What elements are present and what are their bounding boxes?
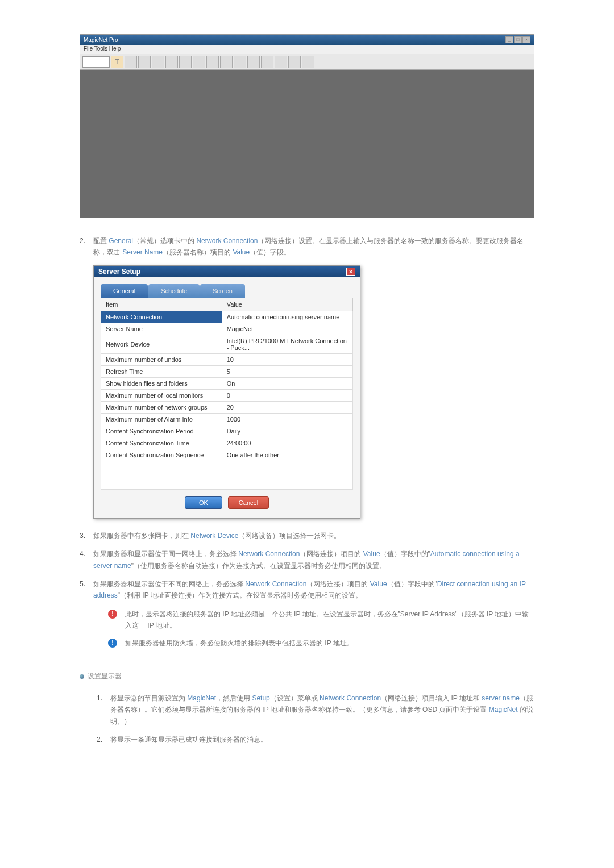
cell-item: Network Device [101, 335, 222, 353]
cell-value[interactable]: 20 [222, 401, 352, 413]
dialog-buttons: OK Cancel [101, 490, 353, 511]
app-menubar[interactable]: File Tools Help [80, 45, 534, 54]
cell-value[interactable]: Intel(R) PRO/1000 MT Network Connection … [222, 335, 352, 353]
toolbar-icon[interactable] [261, 56, 273, 68]
monitor-step-1: 1. 将显示器的节目源设置为 MagicNet，然后使用 Setup（设置）菜单… [97, 692, 534, 727]
info-icon: ! [108, 639, 117, 648]
table-row[interactable]: Maximum number of local monitors0 [101, 389, 353, 401]
settings-table: Item Value Network ConnectionAutomatic c… [101, 298, 353, 490]
toolbar-icon[interactable] [275, 56, 287, 68]
monitor-section-header: 设置显示器 [80, 671, 534, 681]
toolbar-icon[interactable]: T [111, 56, 123, 68]
tab-schedule[interactable]: Schedule [148, 284, 200, 298]
empty-row [101, 461, 353, 489]
setup-steps-cont: 3. 如果服务器中有多张网卡，则在 Network Device（网络设备）项目… [80, 530, 534, 602]
app-toolbar: T [80, 54, 534, 70]
cell-item: Show hidden files and folders [101, 377, 222, 389]
toolbar-label [82, 56, 110, 68]
col-item: Item [101, 298, 222, 311]
col-value: Value [222, 298, 352, 311]
table-row[interactable]: Network ConnectionAutomatic connection u… [101, 311, 353, 323]
table-row[interactable]: Maximum number of undos10 [101, 353, 353, 365]
toolbar-icon[interactable] [288, 56, 301, 68]
maximize-icon[interactable]: □ [514, 36, 522, 43]
step-3: 3. 如果服务器中有多张网卡，则在 Network Device（网络设备）项目… [80, 530, 534, 541]
app-title: MagicNet Pro [84, 37, 118, 43]
toolbar-icon[interactable] [234, 56, 246, 68]
cancel-button[interactable]: Cancel [228, 496, 269, 509]
ok-button[interactable]: OK [185, 496, 222, 509]
table-row[interactable]: Maximum number of Alarm Info1000 [101, 413, 353, 425]
toolbar-icon[interactable] [165, 56, 178, 68]
monitor-steps: 1. 将显示器的节目源设置为 MagicNet，然后使用 Setup（设置）菜单… [97, 692, 534, 746]
table-row[interactable]: Refresh Time5 [101, 365, 353, 377]
cell-item: Maximum number of local monitors [101, 389, 222, 401]
bullet-icon [80, 674, 84, 679]
step-4: 4. 如果服务器和显示器位于同一网络上，务必选择 Network Connect… [80, 548, 534, 571]
dialog-tabs: General Schedule Screen [101, 284, 353, 298]
cell-value[interactable]: 24:00:00 [222, 437, 352, 449]
cell-value[interactable]: 1000 [222, 413, 352, 425]
close-icon[interactable]: × [522, 36, 530, 43]
toolbar-icon[interactable] [179, 56, 192, 68]
cell-value[interactable]: Daily [222, 425, 352, 437]
tab-screen[interactable]: Screen [200, 284, 245, 298]
magicnet-app-window: MagicNet Pro _ □ × File Tools Help T [80, 34, 534, 218]
minimize-icon[interactable]: _ [505, 36, 513, 43]
table-row[interactable]: Show hidden files and foldersOn [101, 377, 353, 389]
table-row[interactable]: Server NameMagicNet [101, 323, 353, 335]
cell-value[interactable]: 5 [222, 365, 352, 377]
toolbar-icon[interactable] [125, 56, 137, 68]
table-row[interactable]: Content Synchronization Time24:00:00 [101, 437, 353, 449]
toolbar-icon[interactable] [247, 56, 260, 68]
toolbar-icon[interactable] [152, 56, 164, 68]
app-titlebar: MagicNet Pro _ □ × [80, 35, 534, 45]
window-controls: _ □ × [505, 36, 530, 43]
cell-item: Maximum number of undos [101, 353, 222, 365]
cell-value[interactable]: On [222, 377, 352, 389]
toolbar-icon[interactable] [220, 56, 233, 68]
step-2: 2. 配置 General（常规）选项卡中的 Network Connectio… [80, 235, 534, 258]
info-note-2: ! 如果服务器使用防火墙，务必使防火墙的排除列表中包括显示器的 IP 地址。 [108, 637, 534, 649]
cell-item: Content Synchronization Time [101, 437, 222, 449]
app-content-area [80, 70, 534, 218]
warning-icon: ! [108, 610, 117, 619]
cell-value[interactable]: 0 [222, 389, 352, 401]
step-5: 5. 如果服务器和显示器位于不同的网络上，务必选择 Network Connec… [80, 578, 534, 602]
dialog-title: Server Setup [98, 268, 140, 276]
cell-value[interactable]: MagicNet [222, 323, 352, 335]
tab-general[interactable]: General [101, 284, 148, 298]
toolbar-icon[interactable] [206, 56, 219, 68]
dialog-body: General Schedule Screen Item Value Netwo… [94, 277, 360, 518]
cell-value[interactable]: One after the other [222, 449, 352, 461]
cell-item: Maximum number of network groups [101, 401, 222, 413]
toolbar-icon[interactable] [302, 56, 314, 68]
toolbar-icon[interactable] [193, 56, 205, 68]
cell-item: Server Name [101, 323, 222, 335]
cell-item: Maximum number of Alarm Info [101, 413, 222, 425]
server-setup-dialog: Server Setup × General Schedule Screen I… [93, 265, 360, 519]
cell-item: Refresh Time [101, 365, 222, 377]
table-row[interactable]: Network DeviceIntel(R) PRO/1000 MT Netwo… [101, 335, 353, 353]
cell-item: Content Synchronization Sequence [101, 449, 222, 461]
cell-value[interactable]: Automatic connection using server name [222, 311, 352, 323]
table-row[interactable]: Content Synchronization PeriodDaily [101, 425, 353, 437]
table-row[interactable]: Maximum number of network groups20 [101, 401, 353, 413]
toolbar-icon[interactable] [138, 56, 151, 68]
cell-item: Content Synchronization Period [101, 425, 222, 437]
table-row[interactable]: Content Synchronization SequenceOne afte… [101, 449, 353, 461]
cell-item: Network Connection [101, 311, 222, 323]
warning-note-1: ! 此时，显示器将连接的服务器的 IP 地址必须是一个公共 IP 地址。在设置显… [108, 608, 534, 632]
dialog-titlebar: Server Setup × [94, 266, 360, 277]
monitor-step-2: 2. 将显示一条通知显示器已成功连接到服务器的消息。 [97, 734, 534, 745]
setup-steps: 2. 配置 General（常规）选项卡中的 Network Connectio… [80, 235, 534, 258]
close-icon[interactable]: × [346, 268, 355, 276]
cell-value[interactable]: 10 [222, 353, 352, 365]
